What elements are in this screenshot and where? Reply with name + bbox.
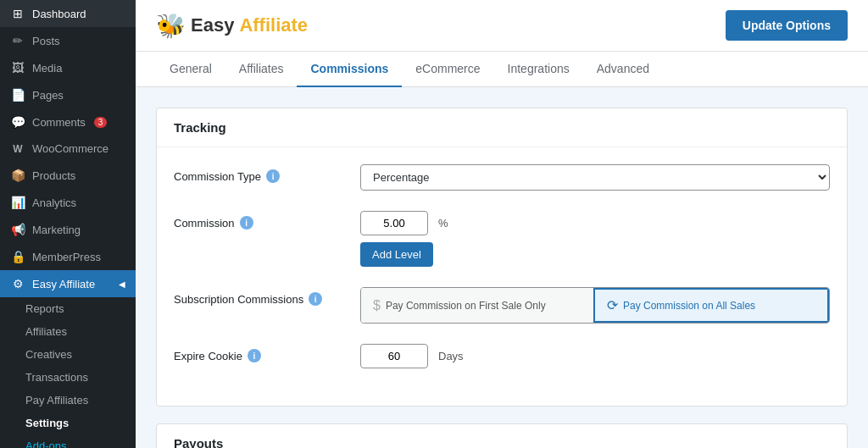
subscription-commissions-label: Subscription Commissions i — [174, 287, 343, 306]
sidebar-label-memberpress: MemberPress — [32, 251, 101, 263]
sidebar-label-analytics: Analytics — [32, 196, 76, 209]
tracking-section: Tracking Commission Type i Percentage Fl… — [156, 108, 848, 407]
commission-type-label: Commission Type i — [174, 164, 343, 183]
expire-cookie-suffix: Days — [438, 350, 464, 362]
dashboard-icon: ⊞ — [10, 7, 25, 20]
tab-commissions[interactable]: Commissions — [297, 52, 402, 87]
commission-info-icon[interactable]: i — [240, 216, 253, 230]
subscription-commissions-control: $ Pay Commission on First Sale Only ⟳ Pa… — [360, 287, 830, 324]
sidebar-item-analytics[interactable]: 📊 Analytics — [0, 189, 136, 216]
sidebar-label-dashboard: Dashboard — [32, 8, 86, 20]
commission-type-row: Commission Type i Percentage Flat Rate — [174, 164, 830, 191]
sidebar-item-media[interactable]: 🖼 Media — [0, 54, 136, 81]
submenu-label-settings: Settings — [25, 417, 69, 429]
payouts-title: Payouts — [157, 424, 847, 448]
commission-row: Commission i % Add Level — [174, 211, 830, 267]
pay-first-sale-option[interactable]: $ Pay Commission on First Sale Only — [361, 288, 593, 323]
submenu-item-settings[interactable]: Settings — [0, 412, 136, 434]
tracking-title: Tracking — [157, 108, 847, 147]
commission-label: Commission i — [174, 211, 343, 230]
tab-advanced[interactable]: Advanced — [583, 52, 663, 87]
posts-icon: ✏ — [10, 34, 25, 47]
sidebar: ⊞ Dashboard ✏ Posts 🖼 Media 📄 Pages 💬 Co… — [0, 0, 136, 448]
pay-all-sales-option[interactable]: ⟳ Pay Commission on All Sales — [593, 288, 829, 323]
add-level-wrap: Add Level — [360, 235, 830, 267]
subscription-commissions-info-icon[interactable]: i — [309, 292, 322, 306]
commission-suffix: % — [438, 217, 448, 230]
payouts-section: Payouts — [156, 423, 848, 448]
products-icon: 📦 — [10, 169, 25, 182]
first-sale-icon: $ — [373, 298, 381, 313]
tabs-bar: General Affiliates Commissions eCommerce… — [136, 52, 868, 87]
logo-affiliate-text: Affiliate — [239, 14, 308, 36]
marketing-icon: 📢 — [10, 223, 25, 236]
media-icon: 🖼 — [10, 61, 25, 75]
tab-general[interactable]: General — [156, 52, 225, 87]
commission-type-info-icon[interactable]: i — [266, 169, 280, 183]
pages-icon: 📄 — [10, 88, 25, 102]
submenu-label-affiliates: Affiliates — [25, 325, 67, 338]
days-input-wrap: Days — [360, 344, 830, 368]
add-level-button[interactable]: Add Level — [360, 242, 433, 267]
commission-input[interactable] — [360, 211, 428, 235]
expire-cookie-input[interactable] — [360, 344, 428, 368]
submenu-label-reports: Reports — [25, 302, 64, 315]
sidebar-item-pages[interactable]: 📄 Pages — [0, 81, 136, 108]
submenu-item-reports[interactable]: Reports — [0, 297, 136, 320]
submenu-item-affiliates[interactable]: Affiliates — [0, 320, 136, 343]
tab-integrations[interactable]: Integrations — [494, 52, 583, 87]
sidebar-item-memberpress[interactable]: 🔒 MemberPress — [0, 243, 136, 270]
logo-bee-icon: 🐝 — [156, 12, 186, 40]
sidebar-item-marketing[interactable]: 📢 Marketing — [0, 216, 136, 243]
tab-affiliates[interactable]: Affiliates — [225, 52, 298, 87]
easy-affiliate-icon: ⚙ — [10, 277, 25, 290]
submenu-arrow: ◀ — [119, 279, 125, 289]
comments-icon: 💬 — [10, 115, 25, 129]
subscription-commissions-row: Subscription Commissions i $ Pay Commiss… — [174, 287, 830, 324]
settings-content: Tracking Commission Type i Percentage Fl… — [136, 87, 868, 448]
sidebar-label-easy-affiliate: Easy Affiliate — [32, 278, 95, 290]
submenu-item-pay-affiliates[interactable]: Pay Affiliates — [0, 389, 136, 412]
expire-cookie-label: Expire Cookie i — [174, 344, 343, 362]
sidebar-label-comments: Comments — [32, 116, 86, 129]
sidebar-item-posts[interactable]: ✏ Posts — [0, 27, 136, 54]
expire-cookie-control: Days — [360, 344, 830, 368]
sidebar-label-posts: Posts — [32, 35, 60, 47]
sidebar-item-dashboard[interactable]: ⊞ Dashboard — [0, 0, 136, 27]
first-sale-label: Pay Commission on First Sale Only — [386, 300, 546, 312]
logo-easy: Easy — [191, 14, 234, 36]
memberpress-icon: 🔒 — [10, 250, 25, 263]
submenu-item-add-ons[interactable]: Add-ons — [0, 434, 136, 448]
topbar: 🐝 EasyAffiliate Update Options — [136, 0, 868, 52]
all-sales-label: Pay Commission on All Sales — [623, 300, 755, 312]
all-sales-icon: ⟳ — [607, 297, 618, 313]
sidebar-label-woocommerce: WooCommerce — [32, 142, 108, 155]
sidebar-item-products[interactable]: 📦 Products — [0, 162, 136, 189]
submenu-item-transactions[interactable]: Transactions — [0, 366, 136, 389]
sidebar-item-comments[interactable]: 💬 Comments 3 — [0, 108, 136, 136]
commission-control: % Add Level — [360, 211, 830, 267]
expire-cookie-info-icon[interactable]: i — [248, 349, 261, 362]
subscription-toggle-group: $ Pay Commission on First Sale Only ⟳ Pa… — [360, 287, 830, 324]
commission-type-control: Percentage Flat Rate — [360, 164, 830, 191]
logo: 🐝 EasyAffiliate — [156, 12, 308, 40]
update-options-button[interactable]: Update Options — [726, 10, 848, 41]
submenu-label-add-ons: Add-ons — [25, 440, 66, 448]
analytics-icon: 📊 — [10, 196, 25, 209]
woocommerce-icon: W — [10, 143, 25, 155]
tab-ecommerce[interactable]: eCommerce — [402, 52, 493, 87]
commission-type-select[interactable]: Percentage Flat Rate — [360, 164, 830, 191]
sidebar-label-marketing: Marketing — [32, 224, 81, 236]
submenu-label-creatives: Creatives — [25, 348, 72, 361]
submenu-item-creatives[interactable]: Creatives — [0, 343, 136, 366]
sidebar-label-pages: Pages — [32, 89, 64, 102]
submenu-label-transactions: Transactions — [25, 371, 88, 384]
sidebar-item-easy-affiliate[interactable]: ⚙ Easy Affiliate ◀ — [0, 270, 136, 297]
submenu-label-pay-affiliates: Pay Affiliates — [25, 394, 88, 407]
sidebar-label-media: Media — [32, 62, 62, 75]
main-content: 🐝 EasyAffiliate Update Options General A… — [136, 0, 868, 448]
sidebar-label-products: Products — [32, 169, 75, 182]
commission-input-wrap: % — [360, 211, 830, 235]
sidebar-item-woocommerce[interactable]: W WooCommerce — [0, 136, 136, 162]
expire-cookie-row: Expire Cookie i Days — [174, 344, 830, 368]
